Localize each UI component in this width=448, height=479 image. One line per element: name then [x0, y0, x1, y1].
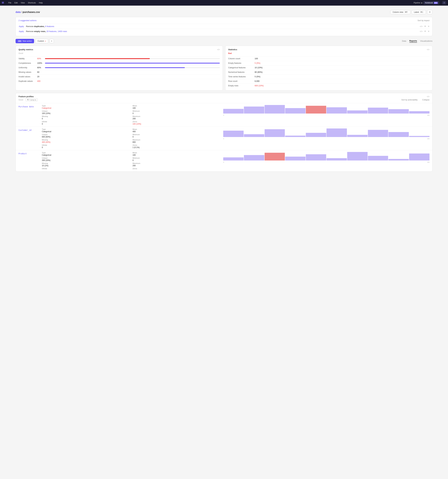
- main-content: data / purchases.csv Column view ⌘F Late…: [0, 6, 448, 479]
- suggestions-sort-label[interactable]: Sort by impact: [417, 20, 429, 22]
- settings-button[interactable]: ⚙: [427, 10, 432, 14]
- tab-data[interactable]: Data: [402, 40, 406, 42]
- metric-duplicate-value: 400: [37, 80, 45, 82]
- metric-completeness-bar: [45, 63, 220, 64]
- suggestions-title: 2 suggested actions: [19, 19, 37, 22]
- metric-validity-value: 60%: [37, 58, 45, 60]
- metric-uniformity-bar: [45, 67, 185, 68]
- feature-profiles-card: Feature profiles </> Good ⌘J Jump to Sor…: [16, 93, 432, 172]
- stat-numerical-features: Numerical features 80 (80%): [228, 70, 429, 74]
- stat-empty-features-value: 5 (5%): [255, 62, 261, 64]
- tab-visualizations[interactable]: Visualizations: [420, 40, 432, 42]
- tab-group: Data Reports Visualizations: [402, 40, 432, 43]
- stat-timeseries-value: 5 (5%): [255, 76, 261, 78]
- column-view-kbd: ⌘F: [404, 11, 408, 13]
- app-logo: M: [2, 1, 4, 4]
- stat-categorical-label: Categorical features: [228, 67, 255, 69]
- metric-completeness-value: 100%: [37, 62, 45, 64]
- feature-profiles-sub: Good ⌘J Jump to Sort by actionability Co…: [16, 98, 432, 103]
- feature-profiles-title: Feature profiles: [19, 95, 34, 98]
- feature-name-customer-id[interactable]: Customer_id: [19, 128, 42, 131]
- stat-empty-rows-value: 600 (10%): [255, 85, 264, 87]
- suggestion-desc-1: Remove duplicates, 6 features: [26, 25, 418, 27]
- statistics-code-icon[interactable]: </>: [427, 48, 429, 51]
- stat-column-count-label: Column count: [228, 58, 255, 60]
- apply-button-1[interactable]: Apply: [19, 25, 24, 27]
- feature-chart-product: 0 100: [223, 152, 429, 163]
- jump-kbd: ⌘J: [27, 99, 30, 101]
- feature-meta-col-1-purchase-date: Type Categorical Unique 100 (10%) Missin…: [42, 105, 133, 125]
- metric-uniformity: Uniformity 80%: [19, 65, 220, 70]
- pipeline-arrow-icon: ▶: [421, 2, 423, 4]
- suggestion-actions-2: </> 👁 ✕: [420, 30, 429, 33]
- column-view-button[interactable]: Column view ⌘F: [390, 10, 410, 14]
- notification-badge[interactable]: 0: [442, 1, 446, 4]
- toolbar: ⌘N New action Custom ≡ ▾ Data Reports Vi…: [16, 39, 432, 43]
- collapse-button[interactable]: Collapse: [422, 99, 429, 101]
- new-action-button[interactable]: ⌘N New action: [16, 39, 34, 43]
- page-header: data / purchases.csv Column view ⌘F Late…: [16, 10, 432, 14]
- top-navigation: M File Edit View Shortcuts Help Pipeline…: [0, 0, 448, 6]
- dropdown-button[interactable]: ▾: [49, 39, 54, 43]
- tab-reports[interactable]: Reports: [409, 40, 417, 43]
- metric-invalid-label: Invalid values: [19, 76, 37, 78]
- stat-column-count-value: 100: [255, 58, 258, 60]
- eye-icon-2[interactable]: 👁: [424, 30, 426, 33]
- feature-infinite-purchase-date: Infinite 0: [42, 121, 133, 125]
- feature-chart-purchase-date: 0 100: [223, 105, 429, 116]
- nav-shortcuts[interactable]: Shortcuts: [28, 2, 36, 4]
- breadcrumb-data-link[interactable]: data: [16, 11, 21, 13]
- notebook-label: Notebook: [425, 2, 433, 4]
- suggestions-header: 2 suggested actions Sort by impact: [19, 19, 429, 22]
- metric-uniformity-bar-bg: [45, 67, 220, 68]
- suggestions-panel: 2 suggested actions Sort by impact Apply…: [16, 17, 432, 36]
- breadcrumb-separator: /: [21, 11, 22, 13]
- feature-profiles-code-icon[interactable]: </>: [427, 95, 429, 98]
- nav-file[interactable]: File: [8, 2, 11, 4]
- feature-chart-customer-id: 0 100: [223, 128, 429, 140]
- metric-validity-bar-bg: [45, 58, 220, 59]
- feature-type-purchase-date: Type Categorical: [42, 105, 133, 109]
- filter-icon: ≡: [45, 40, 46, 42]
- feature-name-product[interactable]: Product: [19, 152, 42, 155]
- quality-metrics-card: Quality metrics </> Good Validity 60% Co…: [16, 46, 223, 91]
- feature-name-purchase-date[interactable]: Purchase date: [19, 105, 42, 108]
- feature-profiles-status: Good: [19, 99, 23, 101]
- new-action-label: New action: [23, 40, 32, 42]
- new-action-kbd: ⌘N: [18, 40, 22, 42]
- stat-empty-features: Empty features 5 (5%): [228, 61, 429, 65]
- close-icon-2[interactable]: ✕: [428, 30, 429, 33]
- notebook-kbd: ⌘N: [434, 2, 438, 4]
- nav-edit[interactable]: Edit: [14, 2, 18, 4]
- stat-categorical-features: Categorical features 10 (10%): [228, 65, 429, 70]
- suggestion-row-2: Apply Remove empty rows, 20 features, 14…: [19, 29, 429, 34]
- metric-duplicate-values: Duplicate values 400: [19, 79, 220, 83]
- stat-numerical-label: Numerical features: [228, 71, 255, 73]
- feature-meta-col-2-purchase-date: Mean 100 Minimum 0 Maximum 200 Zeros 100…: [133, 105, 223, 125]
- custom-label: Custom: [38, 40, 44, 42]
- feature-meta-col-1-customer-id: Type Categorical Unique 600 (60%) Missin…: [42, 128, 133, 148]
- eye-icon-1[interactable]: 👁: [424, 25, 426, 27]
- sort-actionability-button[interactable]: Sort by actionability: [401, 99, 417, 101]
- close-icon-1[interactable]: ✕: [428, 25, 429, 27]
- feature-row-product: Product Type Categorical Unique 200 (20%…: [16, 150, 432, 171]
- jump-to-button[interactable]: ⌘J Jump to: [26, 98, 38, 101]
- custom-filter-button[interactable]: Custom ≡: [35, 39, 48, 43]
- metric-validity-bar: [45, 58, 150, 59]
- stat-numerical-value: 80 (80%): [255, 71, 263, 73]
- quality-metrics-title: Quality metrics: [19, 48, 33, 51]
- notebook-badge[interactable]: Notebook ⌘N: [424, 1, 439, 4]
- code-icon-1[interactable]: </>: [420, 25, 423, 27]
- statistics-card: Statistics </> Bad Column count 100 Empt…: [225, 46, 432, 91]
- metric-missing-value: 60: [37, 71, 45, 73]
- apply-button-2[interactable]: Apply: [19, 30, 24, 33]
- nav-help[interactable]: Help: [39, 2, 43, 4]
- breadcrumb: data / purchases.csv: [16, 11, 40, 13]
- quality-code-icon[interactable]: </>: [217, 48, 220, 51]
- metric-invalid-value: 20: [37, 76, 45, 78]
- pipeline-label[interactable]: Pipeline: [414, 2, 420, 4]
- latest-button[interactable]: Latest ⌘L: [412, 10, 426, 14]
- stat-timeseries-label: Time series features: [228, 76, 255, 78]
- nav-view[interactable]: View: [21, 2, 25, 4]
- code-icon-2[interactable]: </>: [420, 30, 423, 33]
